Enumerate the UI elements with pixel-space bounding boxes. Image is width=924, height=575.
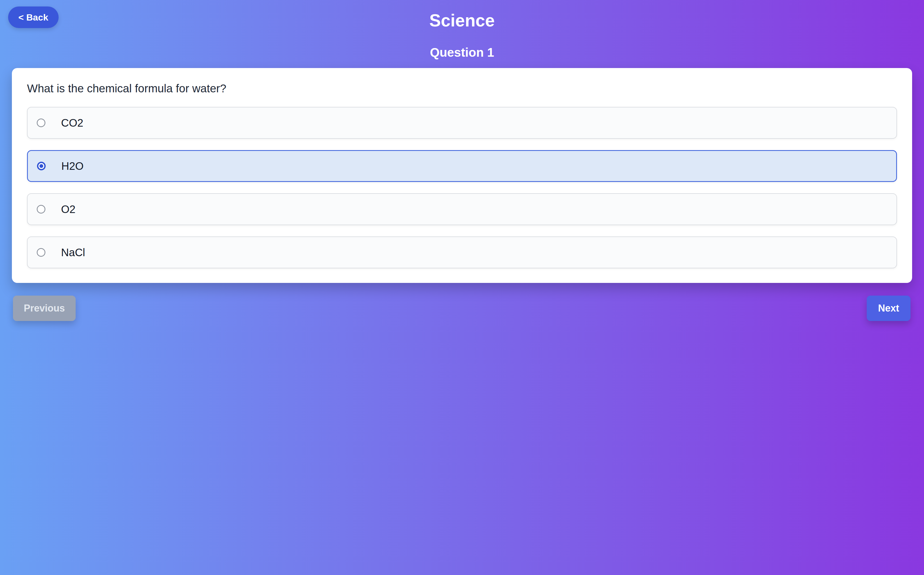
question-counter: Question 1 — [0, 45, 924, 60]
option-row-o2[interactable]: O2 — [27, 193, 897, 225]
radio-button[interactable] — [37, 248, 45, 257]
question-card: What is the chemical formula for water? … — [12, 68, 912, 283]
option-row-co2[interactable]: CO2 — [27, 107, 897, 139]
radio-button[interactable] — [37, 162, 46, 170]
previous-button[interactable]: Previous — [13, 295, 76, 321]
radio-button[interactable] — [37, 205, 45, 213]
option-label: O2 — [61, 203, 75, 215]
radio-button[interactable] — [37, 119, 45, 127]
question-text: What is the chemical formula for water? — [27, 82, 897, 95]
option-row-nacl[interactable]: NaCl — [27, 237, 897, 268]
back-button[interactable]: < Back — [8, 6, 59, 28]
quiz-title: Science — [0, 0, 924, 31]
quiz-page: { "app": { "back_label": "< Back", "quiz… — [0, 0, 924, 575]
next-button[interactable]: Next — [867, 295, 911, 321]
option-label: CO2 — [61, 117, 83, 129]
option-label: H2O — [61, 160, 83, 172]
option-row-h2o[interactable]: H2O — [27, 150, 897, 182]
option-label: NaCl — [61, 246, 85, 259]
